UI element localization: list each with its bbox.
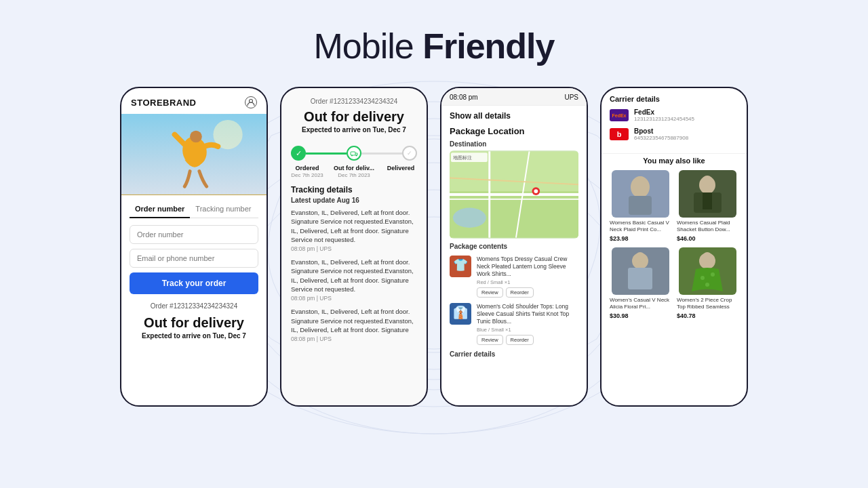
product-card-1: Womens Basic Casual V Neck Plaid Print C… (610, 170, 671, 242)
product-card-4: Women's 2 Piece Crop Top Ribbed Seamless… (677, 247, 738, 319)
svg-point-41 (635, 252, 645, 262)
email-phone-input[interactable] (130, 249, 258, 268)
progress-track: ✓ ✓ (281, 138, 427, 163)
title-bold: Friendly (422, 26, 554, 66)
tracking-section: Tracking details Latest update Aug 16 Ev… (281, 178, 427, 354)
carrier-details-label: Carrier details (441, 348, 587, 359)
event-text-1: Evanston, IL, Delivered, Left at front d… (291, 208, 417, 244)
topbar-carrier: UPS (564, 94, 578, 101)
svg-point-44 (701, 276, 705, 280)
item-1-image: 👕 (450, 256, 471, 277)
topbar-time: 08:08 pm (450, 94, 478, 101)
svg-rect-36 (703, 192, 712, 209)
step-delivered: ✓ (402, 146, 417, 161)
package-item-1: 👕 Womens Tops Dressy Casual Crew Neck Pl… (441, 253, 587, 300)
item-1-actions: Review Reorder (477, 287, 578, 298)
tab-tracking-number[interactable]: Tracking number (190, 202, 256, 218)
fedex-name: FedEx (634, 108, 738, 116)
svg-point-20 (453, 208, 486, 228)
product-3-image (610, 247, 671, 295)
product-1-price: $23.98 (610, 235, 671, 242)
item-2-review-btn[interactable]: Review (477, 335, 503, 345)
show-all-details[interactable]: Show all details (441, 106, 587, 123)
tracking-event-1: Evanston, IL, Delivered, Left at front d… (291, 208, 417, 252)
bpost-tracking: 645322354675887908 (634, 135, 738, 141)
phones-container: STOREBRAND (100, 87, 768, 407)
item-2-name: Women's Cold Shoulder Tops: Long Sleeve … (477, 303, 578, 325)
svg-point-46 (705, 283, 709, 287)
track-order-button[interactable]: Track your order (130, 272, 258, 294)
destination-label: Destination (441, 139, 587, 150)
out-delivery-title: Out for delivery (291, 109, 417, 125)
phone-2: Order #12312334234234324 Out for deliver… (280, 87, 428, 407)
title-normal: Mobile (314, 26, 423, 66)
phone-2-header: Order #12312334234234324 Out for deliver… (281, 88, 427, 138)
item-1-review-btn[interactable]: Review (477, 287, 503, 298)
phone-3: 08:08 pm UPS Show all details Package Lo… (440, 87, 588, 407)
item-1-info: Womens Tops Dressy Casual Crew Neck Plea… (477, 256, 578, 298)
fedex-info: FedEx 12312312312342454545 (634, 108, 738, 122)
product-1-image (610, 170, 671, 218)
event-meta-1: 08:08 pm | UPS (291, 245, 417, 252)
phone-1: STOREBRAND (120, 87, 268, 407)
product-3-price: $30.98 (610, 312, 671, 319)
order-number-input[interactable] (130, 225, 258, 244)
step-label-ordered: Ordered Dec 7th 2023 (287, 165, 328, 178)
product-2-price: $46.00 (677, 235, 738, 242)
step-line-2 (361, 152, 402, 155)
fedex-tracking: 12312312312342454545 (634, 116, 738, 122)
svg-point-45 (711, 272, 715, 277)
latest-update: Latest update Aug 16 (291, 197, 417, 204)
delivery-status: Out for delivery (130, 315, 258, 331)
event-text-3: Evanston, IL, Delivered, Left at front d… (291, 307, 417, 334)
svg-point-9 (190, 131, 202, 143)
carrier-row-bpost: b Bpost 645322354675887908 (610, 127, 738, 141)
svg-rect-10 (351, 152, 355, 155)
item-1-name: Womens Tops Dressy Casual Crew Neck Plea… (477, 256, 578, 278)
item-1-reorder-btn[interactable]: Reorder (506, 287, 534, 298)
you-may-like-heading: You may also like (601, 153, 747, 170)
tracking-event-2: Evanston, IL, Delivered, Left at front d… (291, 258, 417, 302)
package-location-title: Package Location (441, 123, 587, 139)
item-1-variant: Red / Small ×1 (477, 279, 578, 285)
fedex-logo: FedEx (610, 109, 629, 121)
page-title: Mobile Friendly (314, 26, 555, 66)
hero-image (121, 114, 267, 195)
svg-rect-31 (629, 196, 652, 215)
bpost-name: Bpost (634, 127, 738, 135)
step-labels: Ordered Dec 7th 2023 Out for deliv... De… (281, 163, 427, 178)
delivery-eta: Expected to arrive on Tue, Dec 7 (130, 332, 258, 340)
tab-row: Order number Tracking number (130, 202, 258, 218)
event-meta-3: 08:08 pm | UPS (291, 336, 417, 342)
tracking-title: Tracking details (291, 185, 417, 195)
event-meta-2: 08:08 pm | UPS (291, 295, 417, 302)
map-placeholder: 地图标注 (450, 150, 578, 239)
product-1-name: Womens Basic Casual V Neck Plaid Print C… (610, 220, 671, 234)
product-4-price: $40.78 (677, 312, 738, 319)
carrier-row-fedex: FedEx FedEx 12312312312342454545 (610, 108, 738, 122)
bpost-logo: b (610, 128, 629, 140)
store-brand: STOREBRAND (131, 98, 197, 108)
bpost-info: Bpost 645322354675887908 (634, 127, 738, 141)
svg-point-47 (703, 252, 712, 262)
user-icon[interactable] (245, 96, 257, 108)
carrier-section: Carrier details FedEx FedEx 123123123123… (601, 88, 747, 153)
step-out-delivery (347, 146, 361, 161)
phone-4: Carrier details FedEx FedEx 123123123123… (600, 87, 748, 407)
svg-rect-40 (628, 268, 652, 289)
step-label-out: Out for deliv... Dec 7th 2023 (334, 165, 374, 178)
product-2-name: Womens Casual Plaid Shacket Button Dow..… (677, 220, 738, 234)
order-number-display: Order #12312334234234324 (130, 302, 258, 310)
tab-order-number[interactable]: Order number (130, 202, 190, 218)
svg-point-32 (635, 176, 646, 188)
step-label-delivered: Delivered (380, 165, 421, 178)
package-contents-title: Package contents (441, 239, 587, 253)
item-2-reorder-btn[interactable]: Reorder (506, 335, 534, 345)
item-2-actions: Review Reorder (477, 335, 578, 345)
product-card-2: Womens Casual Plaid Shacket Button Dow..… (677, 170, 738, 242)
product-2-image (677, 170, 738, 218)
phone-3-topbar: 08:08 pm UPS (441, 88, 587, 106)
svg-text:👕: 👕 (453, 258, 469, 272)
order-number-2: Order #12312334234234324 (291, 98, 417, 105)
phone-1-header: STOREBRAND (121, 88, 267, 114)
